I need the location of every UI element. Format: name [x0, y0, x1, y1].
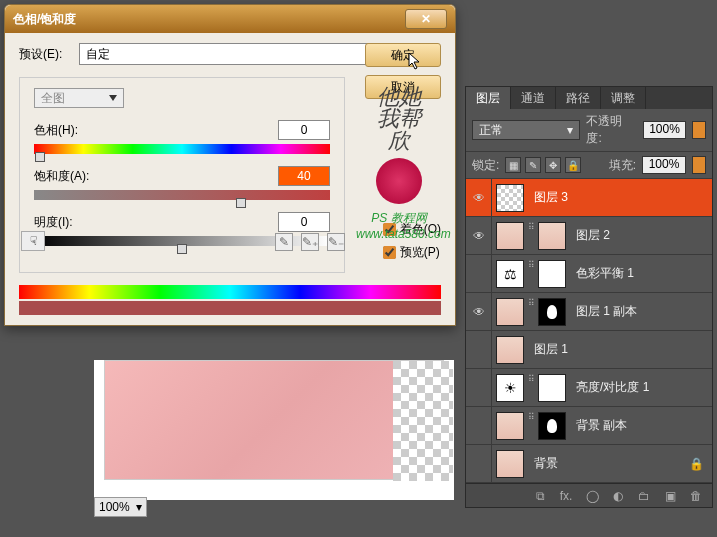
visibility-icon[interactable]: [466, 255, 492, 292]
visibility-icon[interactable]: [466, 407, 492, 444]
link-layers-icon[interactable]: ⧉: [532, 489, 548, 503]
adjustment-layer-icon[interactable]: ◐: [610, 489, 626, 503]
layer-name[interactable]: 图层 1 副本: [570, 303, 637, 320]
layer-row[interactable]: ☀⠿ 亮度/对比度 1: [466, 369, 712, 407]
tab-adjust[interactable]: 调整: [601, 87, 646, 109]
fx-icon[interactable]: fx.: [558, 489, 574, 503]
layer-name[interactable]: 色彩平衡 1: [570, 265, 634, 282]
preview-label: 预览(P): [400, 244, 440, 261]
visibility-icon[interactable]: [466, 369, 492, 406]
ok-button[interactable]: 确定: [365, 43, 441, 67]
link-icon: ⠿: [526, 412, 536, 440]
document-canvas[interactable]: [94, 360, 454, 500]
layer-thumb[interactable]: [496, 412, 524, 440]
layer-name[interactable]: 图层 2: [570, 227, 610, 244]
dialog-titlebar[interactable]: 色相/饱和度 ✕: [5, 5, 455, 33]
layer-mask-thumb[interactable]: [538, 298, 566, 326]
layer-row[interactable]: 👁 图层 3: [466, 179, 712, 217]
layer-thumb[interactable]: [496, 184, 524, 212]
visibility-icon[interactable]: [466, 445, 492, 482]
preview-checkbox[interactable]: 预览(P): [383, 244, 441, 261]
tab-paths[interactable]: 路径: [556, 87, 601, 109]
group-icon[interactable]: 🗀: [636, 489, 652, 503]
layer-name[interactable]: 图层 3: [528, 189, 568, 206]
preset-label: 预设(E):: [19, 46, 71, 63]
mask-icon[interactable]: ◯: [584, 489, 600, 503]
tab-layers[interactable]: 图层: [466, 87, 511, 109]
channel-combo[interactable]: 全图: [34, 88, 124, 108]
layer-row[interactable]: 👁 ⠿ 图层 1 副本: [466, 293, 712, 331]
layer-mask-thumb[interactable]: [538, 412, 566, 440]
layer-row[interactable]: 背景 🔒: [466, 445, 712, 483]
watermark-text-3: 欣: [356, 130, 442, 152]
saturation-handle[interactable]: [236, 198, 246, 208]
layer-row[interactable]: ⚖⠿ 色彩平衡 1: [466, 255, 712, 293]
zoom-dropdown-icon[interactable]: ▾: [136, 500, 142, 514]
adjustment-icon[interactable]: ☀: [496, 374, 524, 402]
opacity-slider-toggle[interactable]: [692, 121, 706, 139]
saturation-label: 饱和度(A):: [34, 168, 89, 185]
adjustment-icon[interactable]: ⚖: [496, 260, 524, 288]
layer-row[interactable]: ⠿ 背景 副本: [466, 407, 712, 445]
hue-slider[interactable]: [34, 144, 330, 154]
close-button[interactable]: ✕: [405, 9, 447, 29]
layers-list: 👁 图层 3 👁 ⠿ 图层 2 ⚖⠿ 色彩平衡 1 👁 ⠿ 图层 1 副本 图层…: [466, 179, 712, 483]
saturation-input[interactable]: [278, 166, 330, 186]
eyedropper-add-icon[interactable]: ✎₊: [301, 233, 319, 251]
layer-mask-thumb[interactable]: [538, 374, 566, 402]
opacity-input[interactable]: 100%: [643, 121, 686, 139]
blend-mode-combo[interactable]: 正常 ▾: [472, 120, 580, 140]
lock-position-icon[interactable]: ✥: [545, 157, 561, 173]
blend-mode-value: 正常: [479, 122, 503, 139]
delete-layer-icon[interactable]: 🗑: [688, 489, 704, 503]
ok-label: 确定: [391, 47, 415, 64]
lock-pixels-icon[interactable]: ✎: [525, 157, 541, 173]
zoom-level[interactable]: 100%: [99, 500, 130, 514]
link-icon: ⠿: [526, 222, 536, 250]
canvas-status-bar: 100% ▾: [94, 497, 147, 517]
layer-row[interactable]: 图层 1: [466, 331, 712, 369]
chevron-down-icon: [109, 95, 117, 101]
visibility-icon[interactable]: 👁: [466, 217, 492, 254]
layer-thumb[interactable]: [496, 222, 524, 250]
watermark-text-2: 我帮: [356, 108, 442, 130]
watermark-text-1: 他她: [356, 86, 442, 108]
scrubby-slider-icon[interactable]: ☟: [21, 231, 45, 251]
spectrum-top: [19, 285, 441, 299]
layer-name[interactable]: 背景 副本: [570, 417, 627, 434]
visibility-icon[interactable]: [466, 331, 492, 368]
preview-check[interactable]: [383, 246, 396, 259]
layer-name[interactable]: 背景: [528, 455, 558, 472]
channel-value: 全图: [41, 90, 65, 107]
layers-panel: 图层 通道 路径 调整 正常 ▾ 不透明度: 100% 锁定: ▦ ✎ ✥ 🔒 …: [465, 86, 713, 508]
hue-input[interactable]: [278, 120, 330, 140]
panel-tabs: 图层 通道 路径 调整: [466, 87, 712, 109]
lock-transparency-icon[interactable]: ▦: [505, 157, 521, 173]
link-icon: ⠿: [526, 374, 536, 402]
fill-slider-toggle[interactable]: [692, 156, 706, 174]
eyedropper-icon[interactable]: ✎: [275, 233, 293, 251]
lock-all-icon[interactable]: 🔒: [565, 157, 581, 173]
lock-icon: 🔒: [689, 457, 704, 471]
preset-value: 自定: [86, 46, 110, 63]
layer-thumb[interactable]: [496, 336, 524, 364]
saturation-slider[interactable]: [34, 190, 330, 200]
layer-mask-thumb[interactable]: [538, 222, 566, 250]
lightness-input[interactable]: [278, 212, 330, 232]
visibility-icon[interactable]: 👁: [466, 179, 492, 216]
layer-name[interactable]: 亮度/对比度 1: [570, 379, 649, 396]
layer-name[interactable]: 图层 1: [528, 341, 568, 358]
lightness-handle[interactable]: [177, 244, 187, 254]
fill-input[interactable]: 100%: [642, 156, 686, 174]
visibility-icon[interactable]: 👁: [466, 293, 492, 330]
layer-thumb[interactable]: [496, 298, 524, 326]
layer-thumb[interactable]: [496, 450, 524, 478]
layer-mask-thumb[interactable]: [538, 260, 566, 288]
new-layer-icon[interactable]: ▣: [662, 489, 678, 503]
layer-row[interactable]: 👁 ⠿ 图层 2: [466, 217, 712, 255]
tab-channels[interactable]: 通道: [511, 87, 556, 109]
eyedropper-subtract-icon[interactable]: ✎₋: [327, 233, 345, 251]
transparency-area: [393, 361, 453, 481]
link-icon: ⠿: [526, 260, 536, 288]
hue-handle[interactable]: [35, 152, 45, 162]
